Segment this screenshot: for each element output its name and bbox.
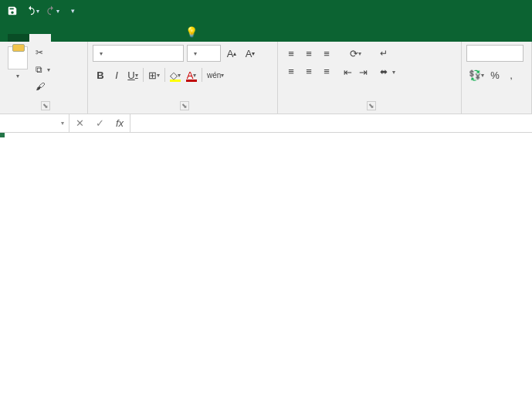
group-font: ▾ ▾ A▴ A▾ B I U▾ ⊞▾ ◇▾ A▾ wén▾ ⬊ <box>88 42 278 113</box>
tab-view[interactable] <box>159 34 181 42</box>
tab-home[interactable] <box>29 34 51 42</box>
align-center-button[interactable]: ≡ <box>300 63 317 80</box>
copy-icon: ⧉ <box>36 64 42 75</box>
paste-icon <box>8 46 28 69</box>
underline-button[interactable]: U▾ <box>125 66 141 83</box>
increase-font-button[interactable]: A▴ <box>224 45 239 62</box>
accounting-format-button[interactable]: 💱▾ <box>466 66 486 83</box>
italic-button[interactable]: I <box>109 66 124 83</box>
spreadsheet-grid[interactable] <box>0 133 532 391</box>
decrease-font-button[interactable]: A▾ <box>242 45 258 62</box>
format-painter-button[interactable]: 🖌 <box>36 79 50 94</box>
formula-input[interactable] <box>130 114 532 132</box>
insert-function-button[interactable]: fx <box>110 117 130 129</box>
number-format-combo[interactable] <box>466 45 524 62</box>
font-launcher[interactable]: ⬊ <box>180 101 189 110</box>
quick-access-toolbar: ▾ ▾ ▾ <box>3 2 82 19</box>
tell-me-search[interactable]: 💡 <box>181 22 205 42</box>
ribbon-tabs: 💡 <box>0 22 532 42</box>
percent-button[interactable]: % <box>487 66 503 83</box>
paste-button[interactable]: ▾ <box>5 45 31 81</box>
cancel-edit-button[interactable]: ✕ <box>69 117 90 129</box>
tab-file[interactable] <box>8 34 29 42</box>
bold-button[interactable]: B <box>93 66 108 83</box>
clipboard-launcher[interactable]: ⬊ <box>41 101 50 110</box>
font-color-button[interactable]: A▾ <box>184 66 199 83</box>
merge-icon: ⬌ <box>380 66 388 77</box>
scissors-icon: ✂ <box>36 47 43 58</box>
align-right-button[interactable]: ≡ <box>318 63 335 80</box>
ribbon: ▾ ✂ ⧉▾ 🖌 ⬊ ▾ ▾ A▴ A▾ B I U▾ ⊞▾ <box>0 42 532 114</box>
brush-icon: 🖌 <box>36 81 45 92</box>
wrap-icon: ↵ <box>380 48 388 59</box>
tab-formulas[interactable] <box>94 34 116 42</box>
redo-button[interactable]: ▾ <box>43 2 62 19</box>
tab-data[interactable] <box>116 34 137 42</box>
lightbulb-icon: 💡 <box>185 26 198 38</box>
phonetic-button[interactable]: wén▾ <box>205 66 226 83</box>
title-bar: ▾ ▾ ▾ <box>0 0 532 22</box>
align-left-button[interactable]: ≡ <box>283 63 300 80</box>
comma-button[interactable]: , <box>503 66 519 83</box>
border-button[interactable]: ⊞▾ <box>146 66 162 83</box>
formula-bar: ▾ ✕ ✓ fx <box>0 114 532 133</box>
save-button[interactable] <box>3 2 22 19</box>
group-number: 💱▾ % , <box>462 42 532 113</box>
align-top-button[interactable]: ≡ <box>283 45 300 62</box>
wrap-text-button[interactable]: ↵ <box>380 45 395 62</box>
copy-button[interactable]: ⧉▾ <box>36 62 50 77</box>
group-clipboard: ▾ ✂ ⧉▾ 🖌 ⬊ <box>0 42 88 113</box>
decrease-indent-button[interactable]: ⇤ <box>340 63 355 80</box>
fill-color-button[interactable]: ◇▾ <box>168 66 183 83</box>
tab-insert[interactable] <box>51 34 73 42</box>
chevron-down-icon: ▾ <box>16 73 19 80</box>
fill-handle[interactable] <box>0 133 5 137</box>
font-size-combo[interactable]: ▾ <box>187 45 221 62</box>
cut-button[interactable]: ✂ <box>36 45 50 60</box>
merge-center-button[interactable]: ⬌▾ <box>380 63 395 80</box>
align-bottom-button[interactable]: ≡ <box>318 45 335 62</box>
name-box[interactable]: ▾ <box>0 114 69 132</box>
alignment-launcher[interactable]: ⬊ <box>367 101 376 110</box>
qat-customize[interactable]: ▾ <box>63 2 82 19</box>
align-middle-button[interactable]: ≡ <box>300 45 317 62</box>
group-alignment: ≡ ≡ ≡ ≡ ≡ ≡ ⟳▾ ⇤ ⇥ ↵ ⬌▾ ⬊ <box>278 42 462 113</box>
tab-page-layout[interactable] <box>73 34 94 42</box>
confirm-edit-button[interactable]: ✓ <box>90 117 110 129</box>
font-name-combo[interactable]: ▾ <box>93 45 184 62</box>
tab-review[interactable] <box>137 34 159 42</box>
orientation-button[interactable]: ⟳▾ <box>340 45 371 62</box>
undo-button[interactable]: ▾ <box>23 2 42 19</box>
increase-indent-button[interactable]: ⇥ <box>355 63 371 80</box>
